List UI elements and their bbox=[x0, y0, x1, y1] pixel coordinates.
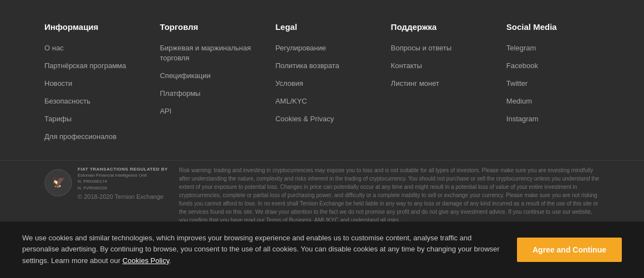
footer-col-social: Social MediaTelegramFacebookTwitterMediu… bbox=[506, 22, 600, 149]
footer-link[interactable]: Medium bbox=[506, 97, 532, 105]
footer-link[interactable]: Условия bbox=[275, 79, 303, 87]
list-item: Биржевая и маржинальная торговля bbox=[160, 43, 253, 63]
footer-link[interactable]: Вопросы и ответы bbox=[391, 44, 452, 52]
footer-link[interactable]: API bbox=[160, 107, 171, 115]
list-item: Регулирование bbox=[275, 43, 368, 53]
list-item: Спецификации bbox=[160, 70, 253, 80]
footer-link[interactable]: Новости bbox=[44, 79, 72, 87]
list-item: Политика возврата bbox=[275, 60, 368, 70]
footer-col-title-trading: Торговля bbox=[160, 22, 253, 32]
copyright: © 2018-2020 Ternion Exchange bbox=[78, 193, 168, 200]
footer-link[interactable]: Спецификации bbox=[160, 71, 211, 80]
reg-code1: N. FRK000174 bbox=[78, 178, 168, 184]
footer-col-info: ИнформацияО насПартнёрская программаНово… bbox=[44, 22, 138, 149]
footer-col-title-legal: Legal bbox=[275, 22, 368, 32]
agency-name: Estonian Financial Intelligence Unit bbox=[78, 172, 168, 178]
agree-continue-button[interactable]: Agree and Continue bbox=[517, 238, 622, 262]
footer-link[interactable]: Политика возврата bbox=[275, 61, 339, 70]
footer-link[interactable]: Контакты bbox=[391, 61, 422, 70]
footer-col-support: ПоддержкаВопросы и ответыКонтактыЛистинг… bbox=[391, 22, 484, 149]
list-item: Контакты bbox=[391, 60, 484, 70]
disclaimer: Risk warning: trading and investing in c… bbox=[179, 166, 600, 224]
footer-link[interactable]: Биржевая и маржинальная торговля bbox=[160, 44, 251, 62]
footer-link[interactable]: Листинг монет bbox=[391, 79, 439, 87]
footer-col-list-info: О насПартнёрская программаНовостиБезопас… bbox=[44, 43, 138, 141]
list-item: Партнёрская программа bbox=[44, 60, 138, 70]
cookie-message-end: . bbox=[169, 256, 171, 265]
list-item: Платформы bbox=[160, 88, 253, 98]
footer-link[interactable]: Для профессионалов bbox=[44, 132, 116, 141]
footer-link[interactable]: О нас bbox=[44, 44, 64, 52]
footer-link[interactable]: Instagram bbox=[506, 115, 539, 123]
badge-icon: 🦅 bbox=[44, 169, 72, 197]
badge-info: FIAT TRANSACTIONS REGULATED BY Estonian … bbox=[78, 166, 168, 200]
list-item: Telegram bbox=[506, 43, 600, 53]
list-item: Facebook bbox=[506, 60, 600, 70]
footer-link[interactable]: Telegram bbox=[506, 44, 536, 52]
footer-link[interactable]: Регулирование bbox=[275, 44, 326, 52]
list-item: Instagram bbox=[506, 114, 600, 123]
list-item: О нас bbox=[44, 43, 138, 53]
footer-link[interactable]: Facebook bbox=[506, 61, 538, 70]
list-item: Условия bbox=[275, 78, 368, 88]
footer-link[interactable]: Twitter bbox=[506, 79, 528, 87]
footer-link[interactable]: AML/KYC bbox=[275, 97, 307, 105]
footer-link[interactable]: Безопасность bbox=[44, 97, 90, 105]
reg-code2: N. FVR000209 bbox=[78, 185, 168, 191]
footer-link[interactable]: Cookies & Privacy bbox=[275, 115, 333, 123]
regulated-label: FIAT TRANSACTIONS REGULATED BY bbox=[78, 166, 168, 172]
footer-columns: ИнформацияО насПартнёрская программаНово… bbox=[0, 0, 644, 160]
footer-col-title-support: Поддержка bbox=[391, 22, 484, 32]
list-item: AML/KYC bbox=[275, 96, 368, 106]
cookie-banner: We use cookies and similar technologies,… bbox=[0, 222, 644, 278]
footer-link[interactable]: Тарифы bbox=[44, 115, 72, 123]
footer-badge: 🦅 FIAT TRANSACTIONS REGULATED BY Estonia… bbox=[44, 166, 168, 200]
footer-link[interactable]: Партнёрская программа bbox=[44, 61, 126, 70]
svg-text:🦅: 🦅 bbox=[52, 175, 65, 188]
list-item: Для профессионалов bbox=[44, 131, 138, 141]
footer-col-list-trading: Биржевая и маржинальная торговляСпецифик… bbox=[160, 43, 253, 116]
footer-col-trading: ТорговляБиржевая и маржинальная торговля… bbox=[160, 22, 253, 149]
footer-col-title-info: Информация bbox=[44, 22, 138, 32]
footer: ИнформацияО насПартнёрская программаНово… bbox=[0, 0, 644, 230]
cookie-text: We use cookies and similar technologies,… bbox=[22, 233, 500, 267]
footer-bottom: 🦅 FIAT TRANSACTIONS REGULATED BY Estonia… bbox=[0, 160, 644, 230]
footer-col-title-social: Social Media bbox=[506, 22, 600, 32]
cookies-policy-link[interactable]: Cookies Policy bbox=[123, 256, 169, 265]
list-item: Безопасность bbox=[44, 96, 138, 106]
footer-col-list-legal: РегулированиеПолитика возвратаУсловияAML… bbox=[275, 43, 368, 123]
list-item: Medium bbox=[506, 96, 600, 106]
list-item: Листинг монет bbox=[391, 78, 484, 88]
list-item: Новости bbox=[44, 78, 138, 88]
list-item: Twitter bbox=[506, 78, 600, 88]
footer-link[interactable]: Платформы bbox=[160, 89, 200, 97]
list-item: Cookies & Privacy bbox=[275, 114, 368, 123]
footer-col-legal: LegalРегулированиеПолитика возвратаУслов… bbox=[275, 22, 368, 149]
list-item: Тарифы bbox=[44, 114, 138, 123]
footer-col-list-support: Вопросы и ответыКонтактыЛистинг монет bbox=[391, 43, 484, 88]
list-item: API bbox=[160, 106, 253, 116]
footer-col-list-social: TelegramFacebookTwitterMediumInstagram bbox=[506, 43, 600, 123]
list-item: Вопросы и ответы bbox=[391, 43, 484, 53]
cookie-message: We use cookies and similar technologies,… bbox=[22, 234, 500, 265]
